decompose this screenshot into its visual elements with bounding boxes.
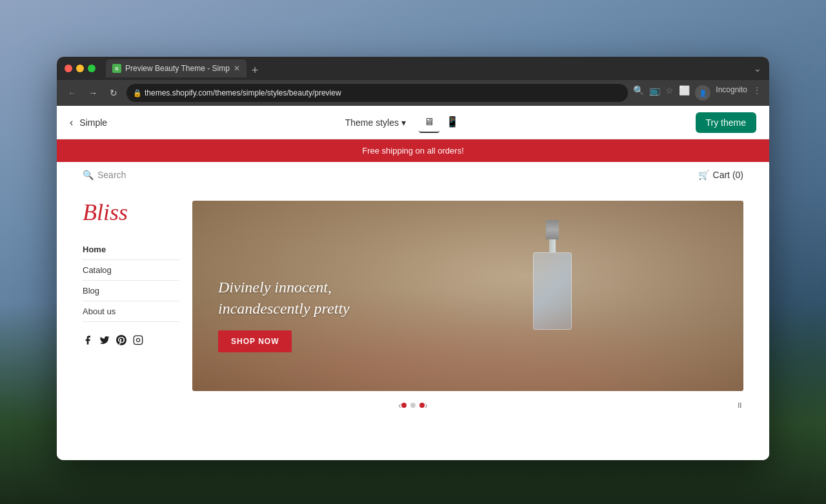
carousel-controls: ‹ › ⏸ xyxy=(57,391,769,419)
hero-title-line2: incandescently pretty xyxy=(218,300,350,317)
tab-bar: S Preview Beauty Theme - Simp ✕ + xyxy=(106,59,749,77)
twitter-icon[interactable] xyxy=(99,335,110,348)
browser-window: S Preview Beauty Theme - Simp ✕ + ⌄ ← → … xyxy=(57,57,769,460)
carousel-pause-button[interactable]: ⏸ xyxy=(736,401,743,410)
store-main: Divinely innocent, incandescently pretty… xyxy=(179,188,743,391)
bottle-neck xyxy=(549,239,556,252)
cart-icon: 🛒 xyxy=(698,170,709,180)
nav-item-about[interactable]: About us xyxy=(83,301,179,322)
fullscreen-window-button[interactable] xyxy=(88,65,96,72)
announcement-text: Free shipping on all orders! xyxy=(362,146,464,156)
chevron-down-icon: ▾ xyxy=(401,117,406,128)
profile-badge[interactable]: 👤 xyxy=(695,85,710,101)
tab-favicon: S xyxy=(112,64,121,73)
title-bar: S Preview Beauty Theme - Simp ✕ + ⌄ xyxy=(57,57,769,80)
reload-button[interactable]: ↻ xyxy=(106,85,121,101)
nav-item-catalog[interactable]: Catalog xyxy=(83,260,179,281)
window-controls: ⌄ xyxy=(754,63,761,74)
search-bar[interactable]: 🔍 Search xyxy=(83,170,126,180)
preview-toolbar: ‹ Simple Theme styles ▾ 🖥 📱 Try theme xyxy=(57,106,769,139)
browser-toolbar-icons: 🔍 📺 ☆ ⬜ 👤 Incognito ⋮ xyxy=(633,85,761,101)
logo-text: Bliss xyxy=(83,199,128,225)
store-logo: Bliss xyxy=(83,201,179,224)
back-to-themes-button[interactable]: ‹ Simple xyxy=(70,117,107,128)
pinterest-icon[interactable] xyxy=(116,335,126,348)
close-window-button[interactable] xyxy=(65,65,72,72)
active-tab[interactable]: S Preview Beauty Theme - Simp ✕ xyxy=(106,59,247,77)
lock-icon: 🔒 xyxy=(133,89,142,97)
cart-button[interactable]: 🛒 Cart (0) xyxy=(698,170,743,180)
hero-slide: Divinely innocent, incandescently pretty… xyxy=(192,201,743,391)
hero-title: Divinely innocent, incandescently pretty xyxy=(218,277,350,320)
profile-icon: 👤 xyxy=(699,90,707,97)
address-input[interactable]: themes.shopify.com/themes/simple/styles/… xyxy=(126,84,628,102)
carousel-dot-3[interactable] xyxy=(419,403,425,408)
bookmark-icon[interactable]: ☆ xyxy=(665,85,674,101)
search-icon: 🔍 xyxy=(83,170,94,180)
store-content: Bliss Home Catalog Blog About us xyxy=(57,188,769,391)
social-icons xyxy=(83,335,179,348)
tab-close-button[interactable]: ✕ xyxy=(234,64,240,73)
back-button[interactable]: ← xyxy=(65,85,80,101)
carousel-dots xyxy=(401,403,425,408)
bottle-cap xyxy=(546,220,559,239)
cast-icon[interactable]: 📺 xyxy=(649,85,660,101)
nav-list: Home Catalog Blog About us xyxy=(83,239,179,322)
theme-name-label: Simple xyxy=(79,117,107,128)
minimize-window-button[interactable] xyxy=(76,65,84,72)
instagram-icon[interactable] xyxy=(133,335,143,348)
hero-title-line1: Divinely innocent, xyxy=(218,279,332,296)
address-wrapper: 🔒 themes.shopify.com/themes/simple/style… xyxy=(126,84,628,102)
store-header: 🔍 Search 🛒 Cart (0) xyxy=(57,162,769,188)
carousel-next-button[interactable]: › xyxy=(425,400,428,410)
svg-rect-0 xyxy=(134,336,142,344)
split-view-icon[interactable]: ⬜ xyxy=(679,85,690,101)
hero-content: Divinely innocent, incandescently pretty… xyxy=(218,277,350,352)
back-arrow-icon: ‹ xyxy=(70,117,73,128)
search-browser-icon[interactable]: 🔍 xyxy=(633,85,644,101)
try-theme-button[interactable]: Try theme xyxy=(696,112,757,133)
forward-button[interactable]: → xyxy=(85,85,101,101)
tab-title: Preview Beauty Theme - Simp xyxy=(125,64,230,73)
store-preview: Free shipping on all orders! 🔍 Search 🛒 … xyxy=(57,139,769,460)
incognito-label: Incognito xyxy=(716,85,747,101)
theme-styles-button[interactable]: Theme styles ▾ xyxy=(340,115,411,130)
address-bar: ← → ↻ 🔒 themes.shopify.com/themes/simple… xyxy=(57,80,769,106)
traffic-lights xyxy=(65,65,96,72)
carousel-dot-1[interactable] xyxy=(401,403,407,408)
theme-styles-label: Theme styles xyxy=(345,117,399,128)
announcement-bar: Free shipping on all orders! xyxy=(57,139,769,162)
carousel-dot-2[interactable] xyxy=(410,403,416,408)
shop-now-button[interactable]: SHOP NOW xyxy=(218,330,292,352)
nav-item-home[interactable]: Home xyxy=(83,239,179,260)
mobile-view-button[interactable]: 📱 xyxy=(442,112,463,133)
device-icons: 🖥 📱 xyxy=(419,112,463,133)
search-placeholder: Search xyxy=(97,170,126,180)
menu-icon[interactable]: ⋮ xyxy=(752,85,761,101)
cart-label: Cart (0) xyxy=(713,170,743,180)
new-tab-button[interactable]: + xyxy=(252,64,259,77)
desktop-view-button[interactable]: 🖥 xyxy=(419,112,439,133)
store-sidebar: Bliss Home Catalog Blog About us xyxy=(83,188,179,391)
facebook-icon[interactable] xyxy=(83,335,93,348)
toolbar-center: Theme styles ▾ 🖥 📱 xyxy=(107,112,695,133)
nav-item-blog[interactable]: Blog xyxy=(83,281,179,301)
